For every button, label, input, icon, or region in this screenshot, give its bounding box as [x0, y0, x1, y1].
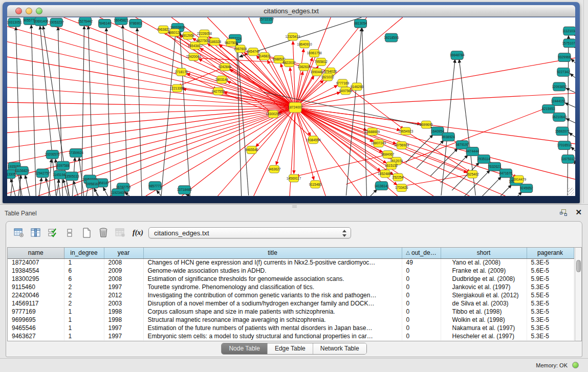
- citation-edge[interactable]: [89, 26, 93, 196]
- citation-edge[interactable]: [346, 28, 361, 195]
- column-header-name[interactable]: name: [8, 248, 64, 258]
- graph-node[interactable]: 15276442: [78, 17, 93, 26]
- citation-edge-selected[interactable]: [146, 107, 295, 196]
- tab-node-table[interactable]: Node Table: [222, 343, 268, 354]
- graph-node[interactable]: 17016514: [557, 141, 572, 150]
- table-options-button[interactable]: [12, 226, 26, 239]
- graph-node[interactable]: 1362615: [297, 63, 311, 71]
- citation-edge[interactable]: [31, 25, 36, 196]
- graph-node[interactable]: 11156829: [15, 166, 29, 175]
- graph-node[interactable]: 1990448: [310, 68, 323, 76]
- table-row[interactable]: 1872400712008Changes of HCN gene express…: [8, 258, 574, 267]
- select-all-button[interactable]: [46, 226, 59, 239]
- citation-edge[interactable]: [575, 161, 575, 165]
- graph-node[interactable]: 14136141: [374, 182, 389, 190]
- citation-edge[interactable]: [39, 178, 41, 196]
- citation-edge[interactable]: [137, 28, 142, 196]
- graph-node[interactable]: 16045821: [114, 17, 128, 25]
- graph-node[interactable]: 9329966: [558, 53, 571, 62]
- graph-node[interactable]: 9227342: [557, 68, 570, 76]
- table-row[interactable]: 1938455462009Genome-wide association stu…: [8, 267, 574, 275]
- graph-node[interactable]: 7955812: [315, 58, 328, 66]
- delete-columns-button[interactable]: [97, 226, 110, 239]
- graph-node[interactable]: 16961758: [307, 50, 322, 57]
- column-header-year[interactable]: year: [104, 248, 143, 258]
- citation-edge[interactable]: [566, 88, 575, 93]
- graph-node[interactable]: 19218506: [384, 33, 399, 42]
- graph-node[interactable]: 8427552: [212, 87, 225, 95]
- graph-node[interactable]: 13718485: [177, 186, 192, 194]
- graph-node[interactable]: 8938924: [442, 133, 455, 141]
- graph-node[interactable]: 20206576: [45, 150, 60, 159]
- citation-edge[interactable]: [157, 190, 161, 196]
- graph-node[interactable]: 8186328: [208, 38, 222, 46]
- graph-node[interactable]: 9474444: [466, 147, 480, 156]
- citation-edge-selected[interactable]: [7, 72, 295, 107]
- citation-edge[interactable]: [474, 177, 501, 196]
- pane-divider[interactable]: [583, 0, 584, 203]
- graph-node[interactable]: 18724007: [288, 102, 303, 113]
- network-canvas[interactable]: 1931305190557722069140610053237152764427…: [7, 17, 575, 196]
- table-row[interactable]: 2242004622012Investigating the contribut…: [8, 291, 574, 299]
- citation-edge-selected[interactable]: [7, 102, 295, 107]
- graph-node[interactable]: 2803144: [215, 76, 229, 83]
- graph-node[interactable]: 19654923: [398, 127, 413, 135]
- citation-edge[interactable]: [106, 28, 111, 196]
- graph-node[interactable]: 7846140: [98, 19, 112, 28]
- graph-node[interactable]: 12942757: [35, 169, 50, 178]
- graph-node[interactable]: 9699695: [420, 121, 433, 128]
- citation-edge[interactable]: [571, 147, 575, 151]
- graph-node[interactable]: 10958167: [85, 180, 100, 188]
- graph-node[interactable]: 18640910: [297, 40, 312, 48]
- graph-node[interactable]: 12325419: [286, 33, 300, 40]
- citation-edge[interactable]: [94, 188, 99, 196]
- table-row[interactable]: 946554611997Estimation of the future num…: [8, 324, 574, 332]
- citation-edge[interactable]: [161, 32, 176, 195]
- tab-network-table[interactable]: Network Table: [313, 343, 366, 354]
- column-header-pagerank[interactable]: pagerank: [527, 248, 574, 258]
- close-panel-icon[interactable]: ✕: [575, 208, 582, 216]
- citation-edge-selected[interactable]: [254, 107, 295, 196]
- graph-node[interactable]: 9146266: [351, 83, 364, 91]
- citation-edge-selected[interactable]: [296, 155, 388, 177]
- graph-node[interactable]: 9115460: [309, 181, 322, 188]
- graph-node[interactable]: 9684067: [381, 151, 395, 159]
- graph-node[interactable]: 8471676: [499, 169, 513, 178]
- graph-node[interactable]: 11923408: [111, 189, 126, 196]
- graph-node[interactable]: 15751074: [562, 39, 575, 48]
- graph-node[interactable]: 252254: [393, 173, 404, 181]
- show-columns-button[interactable]: [29, 226, 42, 239]
- tab-edge-table[interactable]: Edge Table: [268, 343, 313, 354]
- citation-edge[interactable]: [49, 159, 51, 196]
- citation-edge[interactable]: [571, 59, 575, 63]
- graph-node[interactable]: 9777169: [336, 79, 350, 87]
- graph-node[interactable]: 19313051: [7, 18, 22, 27]
- graph-node[interactable]: 1615152: [385, 162, 398, 169]
- citation-edge[interactable]: [63, 179, 68, 196]
- citation-edge[interactable]: [362, 28, 366, 196]
- citation-edge[interactable]: [565, 103, 575, 107]
- graph-node[interactable]: 9827508: [225, 39, 238, 47]
- citation-edge[interactable]: [484, 185, 511, 196]
- table-row[interactable]: 1456911722003Disruption of a novel membe…: [8, 299, 574, 308]
- graph-node[interactable]: 15692071: [555, 127, 570, 136]
- graph-node[interactable]: 11675312: [561, 155, 575, 163]
- citation-edge-selected[interactable]: [7, 107, 295, 148]
- graph-node[interactable]: 10756928: [394, 142, 409, 149]
- graph-node[interactable]: 13505113: [64, 172, 79, 181]
- citation-edge-selected[interactable]: [295, 17, 367, 107]
- citation-edge[interactable]: [56, 179, 59, 196]
- graph-node[interactable]: 9857771: [148, 182, 162, 190]
- graph-node[interactable]: 7625402: [466, 170, 480, 178]
- graph-node[interactable]: 10053237: [49, 18, 64, 27]
- table-row[interactable]: 911546021997Tourette syndrome. Phenomeno…: [8, 283, 574, 291]
- graph-node[interactable]: 8813054: [354, 19, 367, 28]
- graph-node[interactable]: 18524861: [378, 170, 393, 178]
- graph-node[interactable]: 9242848: [219, 63, 232, 71]
- graph-node[interactable]: 16210643: [552, 113, 567, 121]
- graph-node[interactable]: 11121034: [562, 27, 575, 35]
- graph-node[interactable]: 6822037: [282, 59, 296, 67]
- graph-node[interactable]: 16648784: [450, 51, 465, 60]
- graph-node[interactable]: 22226058: [197, 30, 212, 37]
- citation-network-graph[interactable]: 1931305190557722069140610053237152764427…: [7, 17, 575, 196]
